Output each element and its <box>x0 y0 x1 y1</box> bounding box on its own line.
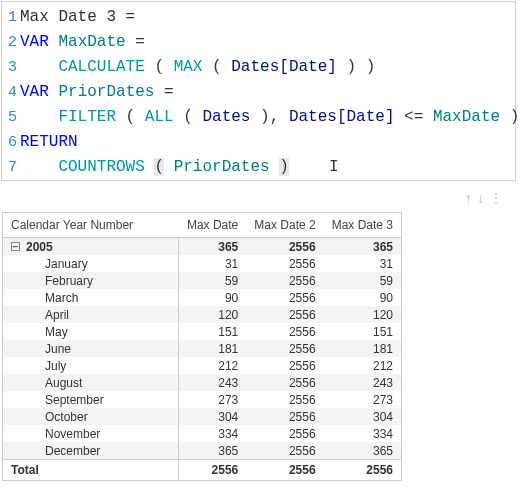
cell-value: 2556 <box>246 340 323 357</box>
cell-value: 334 <box>179 425 246 442</box>
col-header-maxdate3[interactable]: Max Date 3 <box>324 213 401 238</box>
cell-value: 120 <box>179 306 246 323</box>
code-line[interactable]: 1Max Date 3 = <box>2 5 515 30</box>
cell-value: 2556 <box>246 442 323 460</box>
cell-value: 59 <box>324 272 401 289</box>
col-header-maxdate[interactable]: Max Date <box>179 213 246 238</box>
code-line[interactable]: 3 CALCULATE ( MAX ( Dates[Date] ) ) <box>2 55 515 80</box>
month-row[interactable]: May1512556151 <box>3 323 401 340</box>
cell-value: 243 <box>324 374 401 391</box>
line-number: 5 <box>2 105 20 130</box>
cell-value: 2556 <box>246 323 323 340</box>
cell-value: 2556 <box>324 460 401 481</box>
collapse-icon[interactable]: − <box>11 242 20 251</box>
line-number: 2 <box>2 30 20 55</box>
code-content: VAR PriorDates = <box>20 80 174 105</box>
cell-value: 31 <box>324 255 401 272</box>
cell-value: 151 <box>179 323 246 340</box>
cell-value: 273 <box>179 391 246 408</box>
cell-value: 59 <box>179 272 246 289</box>
cell-value: 2556 <box>246 374 323 391</box>
code-content: CALCULATE ( MAX ( Dates[Date] ) ) <box>20 55 375 80</box>
month-row[interactable]: August2432556243 <box>3 374 401 391</box>
table-body: −20053652556365January31255631February59… <box>3 238 401 481</box>
dax-editor[interactable]: 1Max Date 3 = 2VAR MaxDate =3 CALCULATE … <box>1 1 516 181</box>
month-row[interactable]: December3652556365 <box>3 442 401 460</box>
cell-value: 273 <box>324 391 401 408</box>
row-label: February <box>3 272 179 289</box>
code-line[interactable]: 2VAR MaxDate = <box>2 30 515 55</box>
cell-value: 181 <box>179 340 246 357</box>
row-label: September <box>3 391 179 408</box>
code-content: COUNTROWS ( PriorDates )I <box>20 155 339 180</box>
cell-value: 2556 <box>246 357 323 374</box>
cell-value: 243 <box>179 374 246 391</box>
code-line[interactable]: 6RETURN <box>2 130 515 155</box>
cell-value: 365 <box>179 238 246 256</box>
row-label: October <box>3 408 179 425</box>
code-line[interactable]: 4VAR PriorDates = <box>2 80 515 105</box>
code-line[interactable]: 5 FILTER ( ALL ( Dates ), Dates[Date] <=… <box>2 105 515 130</box>
cell-value: 365 <box>324 238 401 256</box>
cell-value: 365 <box>179 442 246 460</box>
year-row[interactable]: −20053652556365 <box>3 238 401 256</box>
cell-value: 304 <box>324 408 401 425</box>
arrow-down-icon[interactable]: ↓ <box>477 190 489 206</box>
cell-value: 2556 <box>246 425 323 442</box>
col-header-maxdate2[interactable]: Max Date 2 <box>246 213 323 238</box>
data-table: Calendar Year Number Max Date Max Date 2… <box>3 213 401 480</box>
cell-value: 304 <box>179 408 246 425</box>
month-row[interactable]: June1812556181 <box>3 340 401 357</box>
code-content: RETURN <box>20 130 78 155</box>
row-label: −2005 <box>3 238 179 256</box>
total-row[interactable]: Total255625562556 <box>3 460 401 481</box>
menu-icon[interactable]: ⋮ <box>489 190 508 206</box>
month-row[interactable]: July2122556212 <box>3 357 401 374</box>
row-label: June <box>3 340 179 357</box>
cell-value: 181 <box>324 340 401 357</box>
month-row[interactable]: November3342556334 <box>3 425 401 442</box>
cell-value: 365 <box>324 442 401 460</box>
col-header-year[interactable]: Calendar Year Number <box>3 213 179 238</box>
line-number: 6 <box>2 130 20 155</box>
cell-value: 2556 <box>246 255 323 272</box>
line-number: 4 <box>2 80 20 105</box>
line-number: 3 <box>2 55 20 80</box>
cell-value: 31 <box>179 255 246 272</box>
cell-value: 334 <box>324 425 401 442</box>
month-row[interactable]: October3042556304 <box>3 408 401 425</box>
cell-value: 2556 <box>246 460 323 481</box>
row-label: March <box>3 289 179 306</box>
row-label: January <box>3 255 179 272</box>
row-label: May <box>3 323 179 340</box>
cell-value: 151 <box>324 323 401 340</box>
row-label: August <box>3 374 179 391</box>
cell-value: 2556 <box>179 460 246 481</box>
row-label: November <box>3 425 179 442</box>
code-line[interactable]: 7 COUNTROWS ( PriorDates )I <box>2 155 515 180</box>
cell-value: 2556 <box>246 289 323 306</box>
row-label: April <box>3 306 179 323</box>
row-label: July <box>3 357 179 374</box>
code-content: VAR MaxDate = <box>20 30 145 55</box>
month-row[interactable]: February59255659 <box>3 272 401 289</box>
row-label: December <box>3 442 179 460</box>
cell-value: 2556 <box>246 238 323 256</box>
matrix-visual[interactable]: Calendar Year Number Max Date Max Date 2… <box>2 212 402 481</box>
arrow-up-icon[interactable]: ↑ <box>465 190 477 206</box>
nav-controls: ↑↓⋮ <box>0 182 520 212</box>
month-row[interactable]: January31255631 <box>3 255 401 272</box>
cell-value: 2556 <box>246 408 323 425</box>
row-label: Total <box>3 460 179 481</box>
month-row[interactable]: March90255690 <box>3 289 401 306</box>
cell-value: 2556 <box>246 391 323 408</box>
cell-value: 212 <box>324 357 401 374</box>
code-content: Max Date 3 = <box>20 5 145 30</box>
line-number: 1 <box>2 5 20 30</box>
month-row[interactable]: April1202556120 <box>3 306 401 323</box>
cell-value: 90 <box>324 289 401 306</box>
cell-value: 212 <box>179 357 246 374</box>
cell-value: 2556 <box>246 272 323 289</box>
month-row[interactable]: September2732556273 <box>3 391 401 408</box>
text-cursor-icon: I <box>329 158 339 176</box>
